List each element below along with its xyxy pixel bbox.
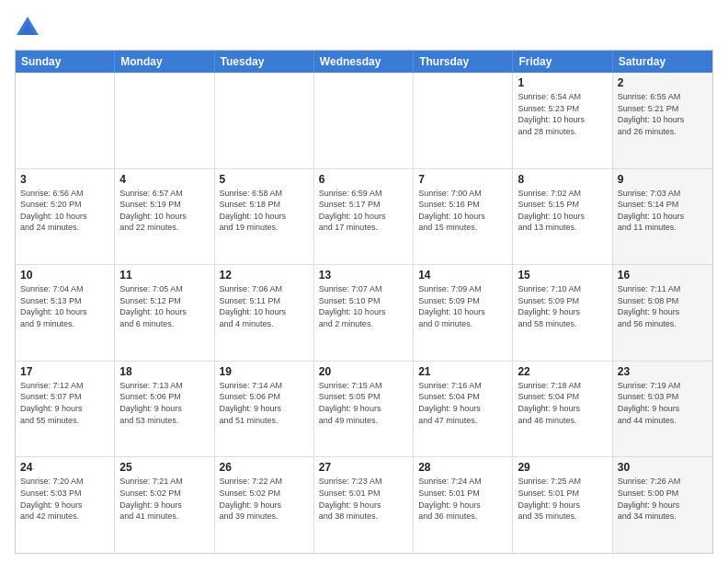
cell-info: Sunrise: 7:21 AM Sunset: 5:02 PM Dayligh… [119, 476, 209, 522]
cal-week-row: 17Sunrise: 7:12 AM Sunset: 5:07 PM Dayli… [16, 361, 712, 457]
cal-week-row: 10Sunrise: 7:04 AM Sunset: 5:13 PM Dayli… [16, 264, 712, 361]
cal-cell: 26Sunrise: 7:22 AM Sunset: 5:02 PM Dayli… [215, 457, 314, 553]
day-number: 28 [418, 461, 507, 474]
day-number: 22 [518, 365, 607, 378]
day-number: 20 [319, 365, 408, 378]
cell-info: Sunrise: 7:19 AM Sunset: 5:03 PM Dayligh… [618, 380, 708, 426]
header [15, 15, 713, 40]
cell-info: Sunrise: 7:22 AM Sunset: 5:02 PM Dayligh… [220, 476, 309, 522]
cal-cell: 27Sunrise: 7:23 AM Sunset: 5:01 PM Dayli… [314, 457, 414, 553]
cell-info: Sunrise: 7:24 AM Sunset: 5:01 PM Dayligh… [418, 476, 507, 522]
cal-cell [215, 73, 314, 168]
cell-info: Sunrise: 7:18 AM Sunset: 5:04 PM Dayligh… [518, 380, 607, 426]
day-number: 10 [20, 269, 109, 282]
day-number: 27 [319, 461, 408, 474]
calendar-body: 1Sunrise: 6:54 AM Sunset: 5:23 PM Daylig… [16, 73, 712, 553]
cal-cell [16, 73, 115, 168]
cal-cell: 2Sunrise: 6:55 AM Sunset: 5:21 PM Daylig… [613, 73, 712, 168]
day-number: 16 [618, 269, 708, 282]
day-number: 9 [618, 173, 708, 186]
cal-cell: 16Sunrise: 7:11 AM Sunset: 5:08 PM Dayli… [613, 265, 712, 361]
cal-cell: 6Sunrise: 6:59 AM Sunset: 5:17 PM Daylig… [314, 169, 414, 265]
cal-cell: 28Sunrise: 7:24 AM Sunset: 5:01 PM Dayli… [414, 457, 513, 553]
cal-cell: 17Sunrise: 7:12 AM Sunset: 5:07 PM Dayli… [16, 362, 115, 457]
cell-info: Sunrise: 7:20 AM Sunset: 5:03 PM Dayligh… [20, 476, 109, 522]
cal-cell: 4Sunrise: 6:57 AM Sunset: 5:19 PM Daylig… [115, 169, 214, 265]
cal-header-cell: Thursday [414, 51, 513, 73]
day-number: 7 [418, 173, 507, 186]
cal-cell: 24Sunrise: 7:20 AM Sunset: 5:03 PM Dayli… [16, 457, 115, 553]
cal-cell: 1Sunrise: 6:54 AM Sunset: 5:23 PM Daylig… [513, 73, 612, 168]
cell-info: Sunrise: 7:25 AM Sunset: 5:01 PM Dayligh… [518, 476, 607, 522]
cal-cell: 7Sunrise: 7:00 AM Sunset: 5:16 PM Daylig… [414, 169, 513, 265]
day-number: 14 [418, 269, 507, 282]
cal-week-row: 24Sunrise: 7:20 AM Sunset: 5:03 PM Dayli… [16, 456, 712, 553]
cell-info: Sunrise: 7:07 AM Sunset: 5:10 PM Dayligh… [319, 283, 408, 329]
cal-cell [314, 73, 414, 168]
cal-cell: 13Sunrise: 7:07 AM Sunset: 5:10 PM Dayli… [314, 265, 414, 361]
cell-info: Sunrise: 6:55 AM Sunset: 5:21 PM Dayligh… [618, 91, 708, 137]
day-number: 19 [220, 365, 309, 378]
cal-cell: 9Sunrise: 7:03 AM Sunset: 5:14 PM Daylig… [613, 169, 712, 265]
cell-info: Sunrise: 7:12 AM Sunset: 5:07 PM Dayligh… [20, 380, 109, 426]
day-number: 4 [119, 173, 209, 186]
cal-cell: 19Sunrise: 7:14 AM Sunset: 5:06 PM Dayli… [215, 362, 314, 457]
cell-info: Sunrise: 6:59 AM Sunset: 5:17 PM Dayligh… [319, 188, 408, 234]
cal-cell: 22Sunrise: 7:18 AM Sunset: 5:04 PM Dayli… [513, 362, 612, 457]
day-number: 18 [119, 365, 209, 378]
day-number: 8 [518, 173, 607, 186]
cell-info: Sunrise: 7:03 AM Sunset: 5:14 PM Dayligh… [618, 188, 708, 234]
cal-header-cell: Monday [115, 51, 214, 73]
day-number: 26 [220, 461, 309, 474]
day-number: 15 [518, 269, 607, 282]
cal-header-cell: Wednesday [314, 51, 414, 73]
calendar-header: SundayMondayTuesdayWednesdayThursdayFrid… [16, 51, 712, 73]
cal-header-cell: Tuesday [215, 51, 314, 73]
cell-info: Sunrise: 7:09 AM Sunset: 5:09 PM Dayligh… [418, 283, 507, 329]
cell-info: Sunrise: 6:58 AM Sunset: 5:18 PM Dayligh… [220, 188, 309, 234]
cal-cell: 10Sunrise: 7:04 AM Sunset: 5:13 PM Dayli… [16, 265, 115, 361]
day-number: 23 [618, 365, 708, 378]
day-number: 17 [20, 365, 109, 378]
day-number: 29 [518, 461, 607, 474]
day-number: 3 [20, 173, 109, 186]
cell-info: Sunrise: 7:16 AM Sunset: 5:04 PM Dayligh… [418, 380, 507, 426]
cell-info: Sunrise: 7:11 AM Sunset: 5:08 PM Dayligh… [618, 283, 708, 329]
cell-info: Sunrise: 6:56 AM Sunset: 5:20 PM Dayligh… [20, 188, 109, 234]
cell-info: Sunrise: 7:15 AM Sunset: 5:05 PM Dayligh… [319, 380, 408, 426]
cal-cell: 18Sunrise: 7:13 AM Sunset: 5:06 PM Dayli… [115, 362, 214, 457]
cal-cell: 21Sunrise: 7:16 AM Sunset: 5:04 PM Dayli… [414, 362, 513, 457]
day-number: 12 [220, 269, 309, 282]
day-number: 6 [319, 173, 408, 186]
cal-cell: 5Sunrise: 6:58 AM Sunset: 5:18 PM Daylig… [215, 169, 314, 265]
day-number: 5 [220, 173, 309, 186]
cell-info: Sunrise: 7:06 AM Sunset: 5:11 PM Dayligh… [220, 283, 309, 329]
day-number: 24 [20, 461, 109, 474]
cell-info: Sunrise: 7:23 AM Sunset: 5:01 PM Dayligh… [319, 476, 408, 522]
cal-cell: 29Sunrise: 7:25 AM Sunset: 5:01 PM Dayli… [513, 457, 612, 553]
cal-cell: 3Sunrise: 6:56 AM Sunset: 5:20 PM Daylig… [16, 169, 115, 265]
cal-week-row: 3Sunrise: 6:56 AM Sunset: 5:20 PM Daylig… [16, 168, 712, 265]
cal-header-cell: Saturday [613, 51, 712, 73]
page: SundayMondayTuesdayWednesdayThursdayFrid… [0, 0, 728, 563]
cell-info: Sunrise: 7:13 AM Sunset: 5:06 PM Dayligh… [119, 380, 209, 426]
day-number: 2 [618, 76, 708, 89]
day-number: 25 [119, 461, 209, 474]
cal-header-cell: Sunday [16, 51, 115, 73]
cal-cell: 30Sunrise: 7:26 AM Sunset: 5:00 PM Dayli… [613, 457, 712, 553]
cell-info: Sunrise: 6:54 AM Sunset: 5:23 PM Dayligh… [518, 91, 607, 137]
cell-info: Sunrise: 7:05 AM Sunset: 5:12 PM Dayligh… [119, 283, 209, 329]
day-number: 13 [319, 269, 408, 282]
day-number: 21 [418, 365, 507, 378]
cal-cell: 15Sunrise: 7:10 AM Sunset: 5:09 PM Dayli… [513, 265, 612, 361]
logo [15, 15, 44, 40]
day-number: 30 [618, 461, 708, 474]
calendar: SundayMondayTuesdayWednesdayThursdayFrid… [15, 50, 713, 554]
cell-info: Sunrise: 7:26 AM Sunset: 5:00 PM Dayligh… [618, 476, 708, 522]
cell-info: Sunrise: 7:04 AM Sunset: 5:13 PM Dayligh… [20, 283, 109, 329]
cal-cell: 12Sunrise: 7:06 AM Sunset: 5:11 PM Dayli… [215, 265, 314, 361]
cal-cell: 20Sunrise: 7:15 AM Sunset: 5:05 PM Dayli… [314, 362, 414, 457]
cal-cell [115, 73, 214, 168]
cal-week-row: 1Sunrise: 6:54 AM Sunset: 5:23 PM Daylig… [16, 73, 712, 168]
cell-info: Sunrise: 7:00 AM Sunset: 5:16 PM Dayligh… [418, 188, 507, 234]
